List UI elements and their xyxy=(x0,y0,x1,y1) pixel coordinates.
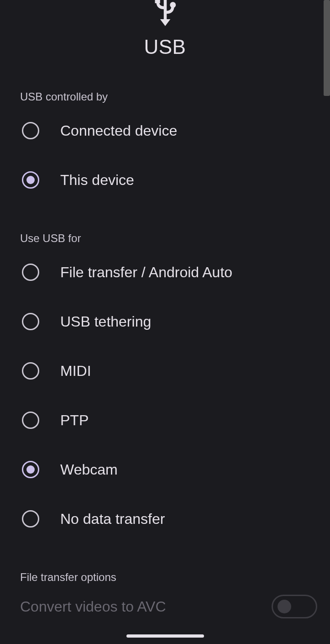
radio-icon xyxy=(22,412,39,429)
radio-label: Connected device xyxy=(60,122,177,139)
scrollbar[interactable] xyxy=(324,0,330,644)
radio-label: PTP xyxy=(60,412,89,429)
section-heading-use-for: Use USB for xyxy=(20,232,330,245)
radio-label: MIDI xyxy=(60,363,91,380)
radio-no-data-transfer[interactable]: No data transfer xyxy=(0,494,330,544)
radio-this-device[interactable]: This device xyxy=(0,155,330,205)
page-title: USB xyxy=(144,36,186,58)
radio-icon xyxy=(22,122,39,139)
radio-file-transfer[interactable]: File transfer / Android Auto xyxy=(0,248,330,297)
radio-webcam[interactable]: Webcam xyxy=(0,445,330,494)
section-heading-file-transfer-options: File transfer options xyxy=(20,571,330,584)
radio-midi[interactable]: MIDI xyxy=(0,346,330,396)
gesture-nav-bar[interactable] xyxy=(126,634,204,638)
svg-rect-2 xyxy=(155,0,160,3)
radio-ptp[interactable]: PTP xyxy=(0,396,330,445)
svg-point-3 xyxy=(170,2,176,8)
radio-icon xyxy=(22,461,39,478)
switch-convert-avc[interactable] xyxy=(272,595,317,618)
radio-icon xyxy=(22,313,39,330)
radio-label: USB tethering xyxy=(60,313,151,330)
radio-icon xyxy=(22,510,39,528)
page-header: USB xyxy=(0,0,330,58)
usb-icon xyxy=(152,0,179,27)
radio-icon xyxy=(22,171,39,189)
scrollbar-thumb[interactable] xyxy=(324,0,330,96)
switch-knob xyxy=(278,600,291,613)
radio-icon xyxy=(22,264,39,281)
radio-label: Webcam xyxy=(60,461,118,478)
radio-label: No data transfer xyxy=(60,511,165,528)
section-heading-controlled-by: USB controlled by xyxy=(20,90,330,103)
section-file-transfer-options: File transfer options Convert videos to … xyxy=(0,571,330,629)
section-controlled-by: USB controlled by Connected device This … xyxy=(0,90,330,205)
radio-label: File transfer / Android Auto xyxy=(60,264,232,281)
radio-usb-tethering[interactable]: USB tethering xyxy=(0,297,330,346)
radio-icon xyxy=(22,362,39,380)
svg-rect-1 xyxy=(163,0,167,21)
radio-connected-device[interactable]: Connected device xyxy=(0,106,330,155)
section-use-for: Use USB for File transfer / Android Auto… xyxy=(0,232,330,544)
radio-label: This device xyxy=(60,172,134,189)
toggle-label: Convert videos to AVC xyxy=(20,598,166,615)
toggle-convert-avc[interactable]: Convert videos to AVC xyxy=(0,584,330,629)
